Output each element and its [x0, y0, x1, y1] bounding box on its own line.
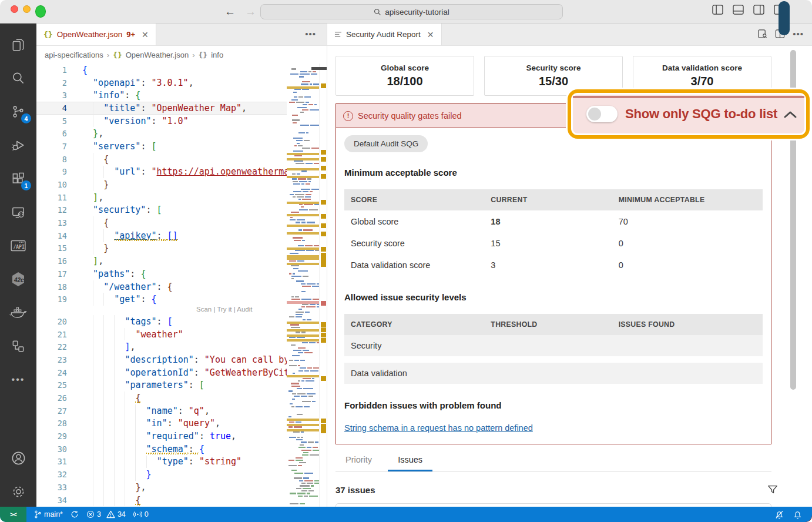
run-debug-icon[interactable]	[4, 131, 32, 159]
table-header: CATEGORYTHRESHOLDISSUES FOUND	[344, 314, 763, 335]
alert-circle-icon: !	[343, 111, 353, 121]
sqg-todo-toggle[interactable]	[586, 106, 618, 122]
back-arrow-icon[interactable]: ←	[224, 5, 236, 18]
command-center-search[interactable]: apisecurity-tutorial	[260, 4, 563, 19]
code-line[interactable]: 16],	[36, 255, 287, 267]
remote-indicator[interactable]: ><	[0, 507, 26, 522]
more-views-icon[interactable]: •••	[4, 366, 32, 394]
code-line[interactable]: 26{	[36, 392, 287, 404]
table-row: Security score150	[344, 232, 763, 254]
breadcrumb-file[interactable]: OpenWeather.json	[126, 51, 189, 59]
code-line[interactable]: 11],	[36, 191, 287, 204]
filter-icon[interactable]	[767, 484, 779, 496]
editor-actions-more-icon[interactable]: •••	[305, 29, 316, 39]
breadcrumb-folder[interactable]: api-specifications	[45, 51, 103, 59]
code-line[interactable]: 33},	[36, 481, 287, 494]
source-control-icon[interactable]: 4	[4, 98, 32, 126]
forbidden-heading: Forbidden issues with problem found	[344, 400, 763, 410]
code-line[interactable]: 30"schema": {	[36, 443, 287, 456]
overview-ruler[interactable]	[319, 63, 327, 507]
toggle-secondary-sidebar-icon[interactable]	[753, 5, 764, 15]
table-row: Data validation	[344, 363, 763, 384]
maximize-window-button[interactable]	[35, 5, 46, 18]
code-line[interactable]: 24"operationId": "GetWeatherByCityN	[36, 366, 287, 379]
search-sidebar-icon[interactable]	[4, 64, 32, 92]
sqg-toggle-highlight: Show only SQG to-do list	[568, 89, 810, 139]
code-line[interactable]: 8{	[36, 153, 287, 166]
tab-security-audit-report[interactable]: Security Audit Report ✕	[327, 24, 442, 45]
bell-slash-icon[interactable]	[774, 510, 784, 520]
chevron-up-icon[interactable]	[783, 110, 797, 119]
minimize-window-button[interactable]	[23, 5, 31, 13]
report-tab-issues[interactable]: Issues	[388, 450, 432, 471]
code-line[interactable]: 19"get": {	[36, 293, 287, 306]
code-line[interactable]: 13{	[36, 216, 287, 229]
problems-item[interactable]: 3 34	[86, 510, 126, 518]
extensions-icon[interactable]: 1	[4, 165, 32, 193]
ports-item[interactable]: 0	[133, 510, 149, 518]
close-tab-icon[interactable]: ✕	[142, 30, 149, 39]
line-number: 24	[36, 368, 69, 377]
remote-explorer-icon[interactable]	[4, 198, 32, 226]
close-tab-icon[interactable]: ✕	[427, 30, 434, 39]
minimap[interactable]	[287, 63, 319, 507]
code-line[interactable]: 34{	[36, 494, 287, 507]
code-line[interactable]: 14"apikey": []	[36, 229, 287, 242]
toggle-panel-icon[interactable]	[733, 5, 744, 15]
docker-icon[interactable]	[4, 299, 32, 327]
code-line[interactable]: 18"/weather": {	[36, 280, 287, 293]
code-line[interactable]: 4"title": "OpenWeather Map",	[36, 102, 287, 115]
code-line[interactable]: 23"description": "You can call by ci	[36, 353, 287, 366]
code-line[interactable]: 17"paths": {	[36, 267, 287, 280]
42crunch-icon[interactable]: 42c	[4, 265, 32, 293]
settings-gear-icon[interactable]	[4, 477, 32, 506]
account-icon[interactable]	[4, 444, 32, 472]
bell-icon[interactable]	[793, 510, 803, 520]
table-row: Data validation score30	[344, 254, 763, 276]
breadcrumb-symbol[interactable]: info	[211, 51, 223, 59]
code-line[interactable]: 22],	[36, 340, 287, 353]
code-line[interactable]: 9"url": "https://api.openweathermap.o	[36, 166, 287, 179]
line-number: 15	[36, 243, 69, 253]
line-number: 31	[36, 457, 69, 466]
code-line[interactable]: 1{	[36, 63, 287, 76]
code-line[interactable]: 31"type": "string"	[36, 456, 287, 469]
vscode-window: ← → apisecurity-tutorial 4	[0, 0, 812, 522]
code-line[interactable]: 28"in": "query",	[36, 417, 287, 430]
line-number: 13	[36, 218, 69, 227]
webview-scrollbar-top[interactable]	[779, 1, 790, 35]
report-tab-priority[interactable]: Priority	[335, 450, 382, 471]
code-line[interactable]: 27"name": "q",	[36, 404, 287, 417]
search-icon	[374, 8, 381, 16]
code-line[interactable]: 2"openapi": "3.0.1",	[36, 76, 287, 89]
codelens-actions[interactable]: Scan | Try it | Audit	[36, 306, 287, 315]
line-number: 34	[36, 496, 69, 505]
open-preview-icon[interactable]	[757, 29, 767, 39]
code-line[interactable]: 20"tags": [	[36, 315, 287, 328]
close-window-button[interactable]	[11, 5, 18, 13]
code-line[interactable]: 10}	[36, 178, 287, 191]
code-line[interactable]: 21"weather"	[36, 328, 287, 341]
code-line[interactable]: 6},	[36, 127, 287, 140]
code-line[interactable]: 3"info": {	[36, 89, 287, 102]
code-line[interactable]: 7"servers": [	[36, 140, 287, 153]
branch-item[interactable]: main*	[34, 510, 63, 518]
explorer-icon[interactable]	[4, 31, 32, 59]
code-line[interactable]: 25"parameters": [	[36, 379, 287, 392]
more-actions-icon[interactable]: •••	[793, 29, 804, 39]
code-line[interactable]: 5"version": "1.0"	[36, 115, 287, 128]
minimap-slider[interactable]	[311, 67, 327, 70]
sync-item[interactable]	[71, 510, 79, 518]
code-line[interactable]: 32}	[36, 468, 287, 481]
line-number: 4	[36, 103, 69, 113]
toggle-primary-sidebar-icon[interactable]	[712, 5, 723, 15]
code-line[interactable]: 29"required": true,	[36, 430, 287, 443]
symbols-icon[interactable]	[4, 332, 32, 360]
forbidden-issue-link[interactable]: String schema in a request has no patter…	[344, 423, 533, 433]
code-line[interactable]: 15}	[36, 242, 287, 255]
code-editor[interactable]: 1{2"openapi": "3.0.1",3"info": {4"title"…	[36, 63, 327, 507]
openapi-icon[interactable]: /API	[4, 232, 32, 260]
tab-openweather-json[interactable]: {} OpenWeather.json 9+ ✕	[36, 24, 156, 45]
line-number: 28	[36, 419, 69, 428]
code-line[interactable]: 12"security": [	[36, 204, 287, 217]
